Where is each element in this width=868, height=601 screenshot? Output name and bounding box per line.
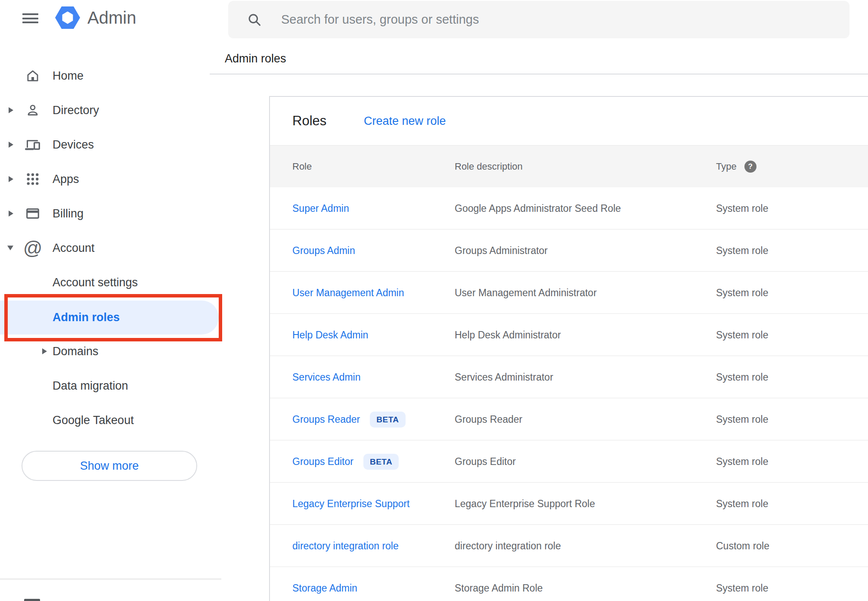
role-link[interactable]: Help Desk Admin [292,329,368,341]
role-type: System role [716,187,768,229]
clipped-bottom-icon [24,599,40,601]
sidebar-item-domains[interactable]: Domains [0,334,221,369]
table-row: Super Admin Google Apps Administrator Se… [270,187,868,229]
role-link[interactable]: Legacy Enterprise Support [292,498,409,510]
roles-table-body: Super Admin Google Apps Administrator Se… [270,187,868,601]
role-description: Groups Reader [455,398,522,440]
role-type: System role [716,567,768,601]
sidebar-item-devices[interactable]: Devices [0,127,221,162]
expand-arrow-icon[interactable] [9,107,13,113]
roles-card: Roles Create new role Role Role descript… [269,96,868,601]
table-row: Storage Admin Storage Admin Role System … [270,567,868,601]
role-description: Groups Editor [455,440,516,483]
table-row: Services Admin Services Administrator Sy… [270,356,868,398]
admin-console-screen: Admin Home Directory [0,0,868,601]
brand-title: Admin [87,8,136,28]
role-description: Help Desk Administrator [455,314,561,356]
sidebar-bottom-divider [0,579,221,579]
sidebar-item-label: Google Takeout [53,414,134,427]
person-icon [24,102,41,119]
sidebar-item-label: Domains [53,345,99,358]
table-row: Legacy Enterprise Support Legacy Enterpr… [270,483,868,525]
search-icon [246,12,262,28]
role-description: Google Apps Administrator Seed Role [455,187,621,229]
create-new-role-link[interactable]: Create new role [364,97,446,145]
collapse-arrow-icon[interactable] [7,246,13,251]
role-link[interactable]: Groups Editor [292,456,353,468]
role-link[interactable]: Groups Reader [292,414,360,425]
role-description: Groups Administrator [455,229,548,272]
hamburger-menu-icon[interactable] [22,13,38,23]
sidebar-item-account[interactable]: @ Account [0,231,221,265]
sidebar-item-label: Directory [53,104,99,117]
show-more-button[interactable]: Show more [22,451,197,481]
billing-card-icon [24,205,41,222]
search-input[interactable] [280,12,797,27]
role-type: Custom role [716,525,769,567]
table-header-row: Role Role description Type ? [270,145,868,187]
home-icon [24,67,41,84]
sidebar-item-label: Account settings [53,276,138,289]
table-row: Groups ReaderBETA Groups Reader System r… [270,398,868,440]
expand-arrow-icon[interactable] [9,211,13,217]
role-type: System role [716,483,768,525]
expand-arrow-icon[interactable] [42,348,47,354]
role-description: Services Administrator [455,356,553,398]
role-link[interactable]: Services Admin [292,372,361,383]
table-row: User Management Admin User Management Ad… [270,272,868,314]
role-description: User Management Administrator [455,272,597,314]
role-description: Storage Admin Role [455,567,543,601]
column-header-role-description: Role description [455,146,523,188]
role-type: System role [716,440,768,483]
role-type: System role [716,272,768,314]
table-row: Groups EditorBETA Groups Editor System r… [270,440,868,483]
sidebar-item-label: Apps [53,173,79,186]
role-link[interactable]: Super Admin [292,203,349,214]
beta-badge: BETA [370,412,405,428]
role-link[interactable]: User Management Admin [292,287,404,299]
devices-icon [24,136,41,153]
sidebar-item-home[interactable]: Home [0,59,221,93]
role-type: System role [716,314,768,356]
role-type: System role [716,398,768,440]
sidebar-item-label: Data migration [53,379,128,393]
role-link[interactable]: directory integration role [292,540,399,552]
admin-logo-icon [55,6,80,29]
sidebar-item-label: Account [53,242,95,255]
column-header-role: Role [292,146,312,188]
role-description: Legacy Enterprise Support Role [455,483,595,525]
roles-card-title: Roles [292,97,326,145]
header-divider [210,74,868,74]
role-link[interactable]: Groups Admin [292,245,355,257]
expand-arrow-icon[interactable] [9,142,13,148]
sidebar-item-data-migration[interactable]: Data migration [0,369,221,403]
sidebar-item-label: Home [53,69,84,83]
apps-grid-icon [24,170,41,188]
sidebar-item-directory[interactable]: Directory [0,93,221,127]
at-icon: @ [24,239,41,257]
expand-arrow-icon[interactable] [9,176,13,182]
sidebar-item-apps[interactable]: Apps [0,162,221,196]
table-row: directory integration role directory int… [270,525,868,567]
sidebar: Admin Home Directory [0,0,221,601]
role-type: System role [716,356,768,398]
sidebar-item-label: Billing [53,207,84,220]
column-header-type: Type ? [716,146,756,188]
table-row: Help Desk Admin Help Desk Administrator … [270,314,868,356]
beta-badge: BETA [363,454,399,470]
role-link[interactable]: Storage Admin [292,582,357,594]
help-icon[interactable]: ? [744,161,756,173]
breadcrumb: Admin roles [225,52,286,65]
search-bar[interactable] [228,1,849,38]
sidebar-item-google-takeout[interactable]: Google Takeout [0,403,221,437]
sidebar-item-billing[interactable]: Billing [0,196,221,231]
table-row: Groups Admin Groups Administrator System… [270,229,868,272]
role-type: System role [716,229,768,272]
sidebar-item-label: Devices [53,138,94,152]
role-description: directory integration role [455,525,561,567]
brand: Admin [55,6,136,29]
